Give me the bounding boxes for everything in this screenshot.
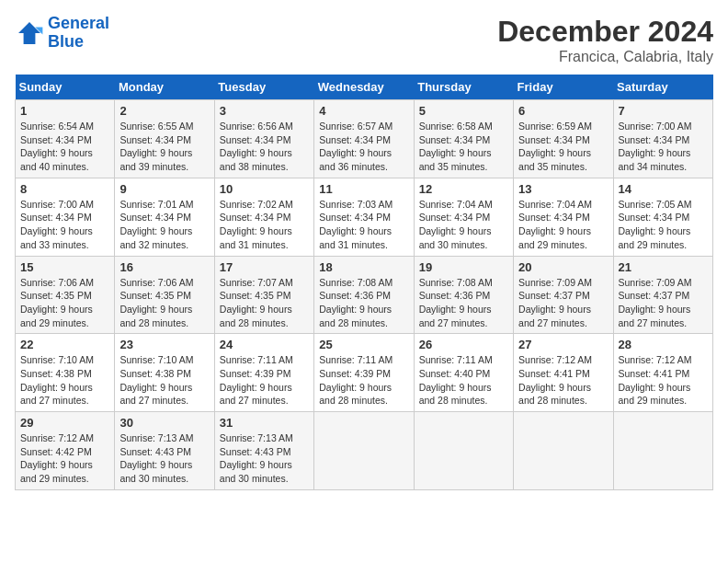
calendar-cell: 26 Sunrise: 7:11 AMSunset: 4:40 PMDaylig… — [414, 334, 513, 412]
day-info: Sunrise: 7:11 AMSunset: 4:39 PMDaylight:… — [220, 353, 309, 408]
day-info: Sunrise: 7:11 AMSunset: 4:40 PMDaylight:… — [419, 353, 508, 408]
header-row: SundayMondayTuesdayWednesdayThursdayFrid… — [16, 75, 713, 100]
day-number: 2 — [119, 104, 209, 118]
calendar-cell: 24 Sunrise: 7:11 AMSunset: 4:39 PMDaylig… — [214, 334, 313, 412]
header-day-friday: Friday — [514, 75, 613, 100]
day-number: 22 — [20, 338, 109, 351]
day-number: 7 — [619, 104, 708, 118]
calendar-cell: 28 Sunrise: 7:12 AMSunset: 4:41 PMDaylig… — [613, 334, 712, 412]
week-row-1: 1 Sunrise: 6:54 AMSunset: 4:34 PMDayligh… — [16, 100, 713, 178]
day-number: 27 — [518, 338, 608, 351]
day-number: 28 — [619, 338, 708, 351]
day-info: Sunrise: 7:10 AMSunset: 4:38 PMDaylight:… — [119, 353, 209, 408]
week-row-2: 8 Sunrise: 7:00 AMSunset: 4:34 PMDayligh… — [16, 178, 713, 256]
day-info: Sunrise: 7:09 AMSunset: 4:37 PMDaylight:… — [619, 276, 708, 330]
day-number: 23 — [119, 338, 209, 351]
logo: General Blue — [15, 15, 109, 52]
calendar-cell: 8 Sunrise: 7:00 AMSunset: 4:34 PMDayligh… — [16, 178, 115, 256]
day-number: 14 — [619, 182, 708, 196]
day-info: Sunrise: 7:09 AMSunset: 4:37 PMDaylight:… — [518, 276, 608, 330]
day-number: 11 — [319, 182, 408, 196]
calendar-cell: 15 Sunrise: 7:06 AMSunset: 4:35 PMDaylig… — [16, 256, 115, 334]
day-number: 5 — [419, 104, 508, 118]
day-info: Sunrise: 7:00 AMSunset: 4:34 PMDaylight:… — [20, 198, 109, 252]
calendar-header: SundayMondayTuesdayWednesdayThursdayFrid… — [16, 75, 713, 100]
day-number: 12 — [419, 182, 508, 196]
calendar-cell: 9 Sunrise: 7:01 AMSunset: 4:34 PMDayligh… — [115, 178, 214, 256]
day-number: 3 — [220, 104, 309, 118]
day-number: 9 — [119, 182, 209, 196]
header-day-tuesday: Tuesday — [214, 75, 313, 100]
calendar-cell — [613, 412, 712, 490]
day-info: Sunrise: 7:02 AMSunset: 4:34 PMDaylight:… — [220, 198, 309, 252]
day-info: Sunrise: 7:05 AMSunset: 4:34 PMDaylight:… — [619, 198, 708, 252]
day-number: 20 — [518, 260, 608, 274]
day-number: 15 — [20, 260, 109, 274]
calendar-cell: 10 Sunrise: 7:02 AMSunset: 4:34 PMDaylig… — [214, 178, 313, 256]
day-info: Sunrise: 7:08 AMSunset: 4:36 PMDaylight:… — [319, 276, 408, 330]
calendar-cell: 12 Sunrise: 7:04 AMSunset: 4:34 PMDaylig… — [414, 178, 513, 256]
title-area: December 2024 Francica, Calabria, Italy — [497, 15, 713, 65]
calendar-cell: 18 Sunrise: 7:08 AMSunset: 4:36 PMDaylig… — [314, 256, 414, 334]
week-row-4: 22 Sunrise: 7:10 AMSunset: 4:38 PMDaylig… — [16, 334, 713, 412]
day-info: Sunrise: 7:04 AMSunset: 4:34 PMDaylight:… — [419, 198, 508, 252]
logo-line2: Blue — [48, 32, 84, 51]
day-info: Sunrise: 6:58 AMSunset: 4:34 PMDaylight:… — [419, 120, 508, 174]
day-number: 24 — [220, 338, 309, 351]
logo-icon — [15, 18, 44, 48]
calendar-title: December 2024 — [497, 15, 713, 49]
calendar-cell: 29 Sunrise: 7:12 AMSunset: 4:42 PMDaylig… — [16, 412, 115, 490]
calendar-cell — [414, 412, 513, 490]
day-number: 8 — [20, 182, 109, 196]
day-number: 16 — [119, 260, 209, 274]
day-number: 17 — [220, 260, 309, 274]
day-info: Sunrise: 6:59 AMSunset: 4:34 PMDaylight:… — [518, 120, 608, 174]
calendar-cell: 16 Sunrise: 7:06 AMSunset: 4:35 PMDaylig… — [115, 256, 214, 334]
day-info: Sunrise: 7:01 AMSunset: 4:34 PMDaylight:… — [119, 198, 209, 252]
day-info: Sunrise: 7:03 AMSunset: 4:34 PMDaylight:… — [319, 198, 408, 252]
day-number: 21 — [619, 260, 708, 274]
calendar-cell: 23 Sunrise: 7:10 AMSunset: 4:38 PMDaylig… — [115, 334, 214, 412]
svg-marker-0 — [18, 22, 40, 44]
calendar-cell: 27 Sunrise: 7:12 AMSunset: 4:41 PMDaylig… — [514, 334, 613, 412]
logo-text: General Blue — [48, 15, 109, 52]
day-number: 13 — [518, 182, 608, 196]
calendar-cell — [514, 412, 613, 490]
header-day-sunday: Sunday — [16, 75, 115, 100]
day-info: Sunrise: 7:12 AMSunset: 4:41 PMDaylight:… — [518, 353, 608, 408]
calendar-cell: 1 Sunrise: 6:54 AMSunset: 4:34 PMDayligh… — [16, 100, 115, 178]
calendar-cell: 11 Sunrise: 7:03 AMSunset: 4:34 PMDaylig… — [314, 178, 414, 256]
calendar-cell: 21 Sunrise: 7:09 AMSunset: 4:37 PMDaylig… — [613, 256, 712, 334]
calendar-cell: 22 Sunrise: 7:10 AMSunset: 4:38 PMDaylig… — [16, 334, 115, 412]
calendar-cell: 31 Sunrise: 7:13 AMSunset: 4:43 PMDaylig… — [214, 412, 313, 490]
day-number: 30 — [119, 416, 209, 430]
week-row-5: 29 Sunrise: 7:12 AMSunset: 4:42 PMDaylig… — [16, 412, 713, 490]
day-number: 18 — [319, 260, 408, 274]
calendar-table: SundayMondayTuesdayWednesdayThursdayFrid… — [15, 75, 713, 490]
calendar-cell: 19 Sunrise: 7:08 AMSunset: 4:36 PMDaylig… — [414, 256, 513, 334]
day-info: Sunrise: 7:13 AMSunset: 4:43 PMDaylight:… — [119, 431, 209, 486]
calendar-cell: 3 Sunrise: 6:56 AMSunset: 4:34 PMDayligh… — [214, 100, 313, 178]
day-info: Sunrise: 6:55 AMSunset: 4:34 PMDaylight:… — [119, 120, 209, 174]
calendar-cell: 4 Sunrise: 6:57 AMSunset: 4:34 PMDayligh… — [314, 100, 414, 178]
day-info: Sunrise: 7:06 AMSunset: 4:35 PMDaylight:… — [119, 276, 209, 330]
day-number: 25 — [319, 338, 408, 351]
day-info: Sunrise: 7:07 AMSunset: 4:35 PMDaylight:… — [220, 276, 309, 330]
day-info: Sunrise: 7:13 AMSunset: 4:43 PMDaylight:… — [220, 431, 309, 486]
day-info: Sunrise: 7:11 AMSunset: 4:39 PMDaylight:… — [319, 353, 408, 408]
calendar-cell: 14 Sunrise: 7:05 AMSunset: 4:34 PMDaylig… — [613, 178, 712, 256]
calendar-cell: 13 Sunrise: 7:04 AMSunset: 4:34 PMDaylig… — [514, 178, 613, 256]
calendar-cell: 20 Sunrise: 7:09 AMSunset: 4:37 PMDaylig… — [514, 256, 613, 334]
week-row-3: 15 Sunrise: 7:06 AMSunset: 4:35 PMDaylig… — [16, 256, 713, 334]
calendar-cell: 2 Sunrise: 6:55 AMSunset: 4:34 PMDayligh… — [115, 100, 214, 178]
calendar-subtitle: Francica, Calabria, Italy — [497, 49, 713, 65]
calendar-cell: 6 Sunrise: 6:59 AMSunset: 4:34 PMDayligh… — [514, 100, 613, 178]
calendar-cell — [314, 412, 414, 490]
calendar-cell: 17 Sunrise: 7:07 AMSunset: 4:35 PMDaylig… — [214, 256, 313, 334]
calendar-cell: 7 Sunrise: 7:00 AMSunset: 4:34 PMDayligh… — [613, 100, 712, 178]
calendar-cell: 30 Sunrise: 7:13 AMSunset: 4:43 PMDaylig… — [115, 412, 214, 490]
day-info: Sunrise: 7:06 AMSunset: 4:35 PMDaylight:… — [20, 276, 109, 330]
day-info: Sunrise: 6:56 AMSunset: 4:34 PMDaylight:… — [220, 120, 309, 174]
header-day-monday: Monday — [115, 75, 214, 100]
day-info: Sunrise: 6:54 AMSunset: 4:34 PMDaylight:… — [20, 120, 109, 174]
